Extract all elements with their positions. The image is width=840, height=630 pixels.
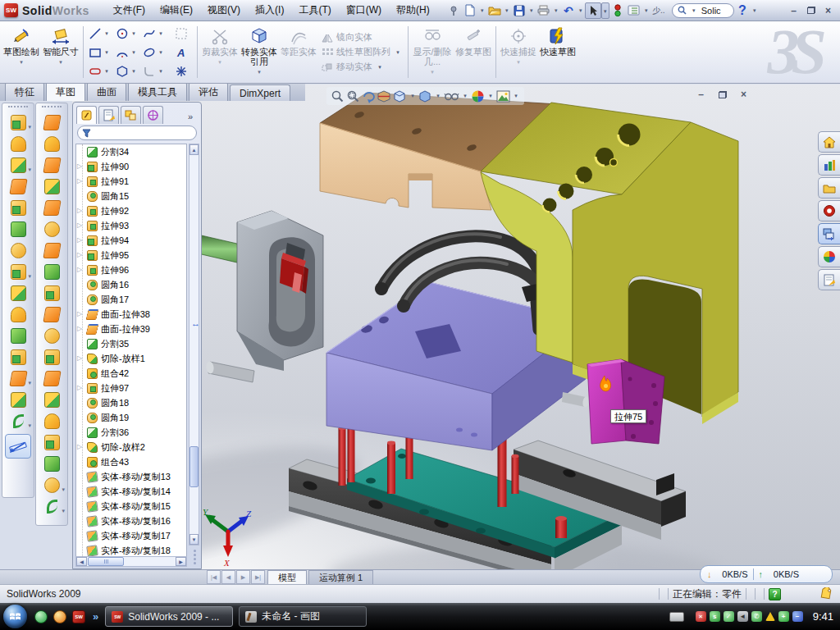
tree-item[interactable]: 圆角17 bbox=[76, 292, 186, 307]
feature-icon[interactable] bbox=[4, 176, 32, 197]
rapid-sketch-button[interactable]: 快速草图 bbox=[538, 23, 578, 81]
spline-tool-icon[interactable]: ▾ bbox=[140, 24, 167, 43]
feature-icon[interactable] bbox=[4, 282, 32, 304]
quicklaunch-messenger-icon[interactable] bbox=[34, 610, 48, 623]
tab-mold-tools[interactable]: 模具工具 bbox=[128, 82, 187, 101]
side-core-block[interactable] bbox=[587, 359, 664, 444]
tree-item[interactable]: 分割34 bbox=[76, 144, 186, 159]
scroll-down-icon[interactable]: ▼ bbox=[189, 534, 199, 545]
feature-icon[interactable] bbox=[38, 133, 66, 154]
doc-restore-button[interactable] bbox=[715, 88, 729, 101]
pin-icon[interactable] bbox=[445, 2, 462, 19]
feature-icon[interactable] bbox=[38, 154, 66, 176]
propertymanager-tab[interactable] bbox=[98, 106, 119, 124]
feature-icon[interactable] bbox=[38, 346, 66, 368]
tree-item[interactable]: ▷拉伸97 bbox=[76, 381, 186, 395]
smart-dimension-button[interactable]: 智能尺寸 ▾ bbox=[41, 23, 80, 81]
feature-icon[interactable] bbox=[38, 282, 66, 304]
appearances-scenes-tab[interactable] bbox=[818, 246, 840, 267]
tray-update-icon[interactable]: ✓ bbox=[724, 611, 734, 622]
feature-icon[interactable] bbox=[38, 304, 66, 325]
motion-study-tab[interactable]: 运动算例 1 bbox=[308, 570, 373, 584]
menu-tools[interactable]: 工具(T) bbox=[291, 0, 338, 21]
feature-icon[interactable] bbox=[4, 133, 32, 154]
scroll-up-icon[interactable]: ▲ bbox=[189, 144, 199, 155]
zoom-area-icon[interactable] bbox=[346, 89, 360, 103]
scrollbar-thumb[interactable] bbox=[88, 557, 124, 566]
tray-volume-icon[interactable]: ◄ bbox=[737, 611, 748, 622]
help-button[interactable]: ? bbox=[734, 2, 751, 19]
display-relations-dropdown-icon[interactable]: ▾ bbox=[431, 67, 434, 77]
repair-sketch-button[interactable]: 修复草图 bbox=[454, 23, 493, 81]
doc-close-button[interactable]: × bbox=[737, 88, 751, 101]
tab-evaluate[interactable]: 评估 bbox=[189, 82, 228, 101]
display-style-dropdown-icon[interactable]: ▾ bbox=[434, 93, 442, 99]
search-value[interactable]: Solic bbox=[701, 6, 721, 16]
tree-item[interactable]: ▷拉伸95 bbox=[76, 248, 186, 262]
tree-item[interactable]: 实体-移动/复制18 bbox=[76, 543, 186, 557]
expand-icon[interactable]: ▷ bbox=[77, 325, 82, 332]
circle-tool-icon[interactable]: ▾ bbox=[113, 24, 140, 43]
help-dropdown-icon[interactable]: ▾ bbox=[751, 7, 759, 14]
expand-icon[interactable]: ▷ bbox=[77, 251, 82, 258]
mirror-entities-button[interactable]: 镜向实体 bbox=[322, 31, 402, 43]
scrollbar-thumb[interactable] bbox=[189, 446, 199, 487]
select-dropdown-icon[interactable]: ▾ bbox=[601, 2, 609, 19]
print-button[interactable] bbox=[536, 2, 552, 19]
undo-button[interactable]: ↶ bbox=[560, 2, 577, 19]
move-entities-button[interactable]: 移动实体▾ bbox=[322, 61, 402, 73]
tree-item[interactable]: ▷拉伸96 bbox=[76, 262, 186, 277]
tree-item[interactable]: 圆角15 bbox=[76, 189, 186, 203]
tree-item[interactable]: ▷曲面-拉伸38 bbox=[76, 307, 186, 322]
feature-icon[interactable] bbox=[38, 240, 66, 261]
quick-tips-button[interactable]: ? bbox=[769, 588, 781, 600]
feature-icon[interactable] bbox=[38, 197, 66, 218]
doc-minimize-button[interactable]: – bbox=[694, 88, 708, 101]
tag-icon[interactable] bbox=[819, 587, 833, 600]
tree-item[interactable]: ▷拉伸94 bbox=[76, 233, 186, 248]
panel-overflow-chevron[interactable]: » bbox=[183, 112, 198, 124]
menu-help[interactable]: 帮助(H) bbox=[389, 0, 437, 21]
open-button[interactable] bbox=[486, 2, 503, 19]
convert-entities-button[interactable]: 转换实体引用 ▾ bbox=[240, 23, 279, 81]
quick-snaps-button[interactable]: 快速捕捉 ▾ bbox=[499, 23, 538, 81]
previous-tab-button[interactable]: ◀ bbox=[221, 570, 235, 584]
dimxpertmanager-tab[interactable] bbox=[143, 106, 163, 124]
quicklaunch-app-icon[interactable] bbox=[53, 610, 66, 623]
tab-surfaces[interactable]: 曲面 bbox=[87, 82, 126, 101]
configurationmanager-tab[interactable] bbox=[121, 106, 141, 124]
feature-icon[interactable] bbox=[4, 304, 32, 325]
tree-item[interactable]: ▷曲面-拉伸39 bbox=[76, 322, 186, 336]
app-minimize-button[interactable]: – bbox=[787, 4, 801, 17]
convert-dropdown-icon[interactable]: ▾ bbox=[258, 67, 261, 77]
scroll-left-icon[interactable]: ◀ bbox=[76, 557, 87, 566]
arc-tool-icon[interactable]: ▾ bbox=[113, 43, 140, 62]
save-dropdown-icon[interactable]: ▾ bbox=[527, 7, 536, 14]
feature-icon[interactable]: ▾ bbox=[38, 495, 66, 517]
model-tab[interactable]: 模型 bbox=[267, 570, 307, 584]
tree-item[interactable]: 实体-移动/复制14 bbox=[76, 484, 186, 499]
offset-entities-button[interactable]: 等距实体 bbox=[279, 23, 318, 81]
tree-item[interactable]: ▷拉伸90 bbox=[76, 159, 186, 174]
resources-home-tab[interactable] bbox=[818, 131, 840, 153]
expand-icon[interactable]: ▷ bbox=[77, 443, 82, 450]
new-dropdown-icon[interactable]: ▾ bbox=[478, 7, 486, 14]
menu-edit[interactable]: 编辑(E) bbox=[153, 0, 200, 21]
search-dropdown-icon[interactable]: ▾ bbox=[690, 7, 698, 14]
file-explorer-tab[interactable] bbox=[818, 177, 840, 199]
quicklaunch-chevron[interactable]: » bbox=[93, 610, 98, 623]
feature-icon[interactable] bbox=[38, 431, 66, 453]
selection-box-icon[interactable] bbox=[167, 24, 194, 43]
expand-icon[interactable]: ▷ bbox=[77, 310, 82, 317]
print-dropdown-icon[interactable]: ▾ bbox=[552, 7, 560, 14]
feature-icon[interactable] bbox=[38, 325, 66, 346]
expand-icon[interactable]: ▷ bbox=[77, 266, 82, 273]
feature-icon[interactable] bbox=[38, 389, 66, 410]
appearances-dropdown-icon[interactable]: ▾ bbox=[486, 93, 495, 99]
app-restore-button[interactable] bbox=[804, 4, 818, 17]
tray-shield-icon[interactable]: s bbox=[710, 611, 720, 622]
solidworks-search-tab[interactable] bbox=[818, 200, 840, 221]
apply-scene-dropdown-icon[interactable]: ▾ bbox=[512, 93, 520, 99]
feature-icon[interactable] bbox=[4, 197, 32, 218]
polygon-tool-icon[interactable]: ▾ bbox=[113, 62, 140, 80]
